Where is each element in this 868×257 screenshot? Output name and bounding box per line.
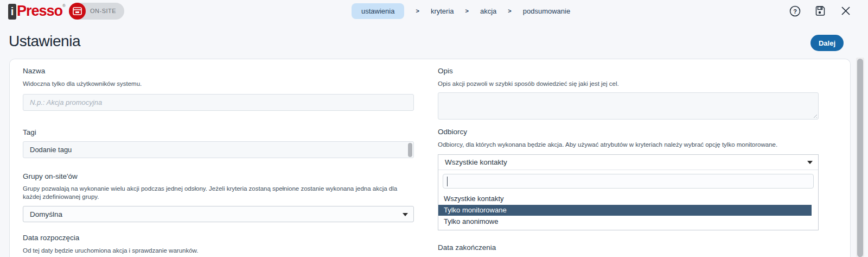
tags-scrollbar[interactable] xyxy=(408,143,412,157)
audience-help: Odbiorcy, dla których wykonana będzie ak… xyxy=(438,141,819,149)
help-icon[interactable]: ? xyxy=(789,5,801,17)
groups-label: Grupy on-site'ów xyxy=(23,172,414,180)
name-input[interactable] xyxy=(23,94,414,111)
registered-mark: ® xyxy=(62,3,66,8)
audience-options-list: Wszystkie kontakty Tylko monitorowane Ty… xyxy=(438,192,818,230)
groups-help: Grupy pozwalają na wykonanie wielu akcji… xyxy=(23,185,414,201)
onsite-badge: ON-SITE xyxy=(69,3,124,20)
breadcrumb: ustawienia > kryteria > akcja > podsumow… xyxy=(352,0,570,22)
name-label: Nazwa xyxy=(23,67,414,75)
breadcrumb-step-kryteria[interactable]: kryteria xyxy=(431,3,454,19)
groups-select[interactable]: Domyślna xyxy=(23,206,414,222)
breadcrumb-step-ustawienia[interactable]: ustawienia xyxy=(352,3,404,19)
start-date-label: Data rozpoczęcia xyxy=(23,234,414,242)
page-title: Ustawienia xyxy=(9,33,80,50)
chevron-down-icon xyxy=(403,213,408,216)
next-button[interactable]: Dalej xyxy=(810,35,844,51)
onsite-label: ON-SITE xyxy=(90,8,116,14)
description-textarea[interactable] xyxy=(438,92,819,120)
chevron-right-icon: > xyxy=(416,8,419,14)
resize-handle[interactable] xyxy=(812,113,817,118)
end-date-label: Data zakończenia xyxy=(438,243,819,252)
close-icon[interactable] xyxy=(840,5,852,17)
breadcrumb-step-podsumowanie[interactable]: podsumowanie xyxy=(523,3,570,19)
text-cursor xyxy=(447,177,448,186)
audience-option-wszystkie-kontakty[interactable]: Wszystkie kontakty xyxy=(438,193,818,204)
save-icon[interactable] xyxy=(814,5,826,17)
groups-selected-value: Domyślna xyxy=(30,210,62,218)
audience-combobox: Wszystkie kontakty Wszystkie kontakty Ty… xyxy=(438,154,819,230)
settings-form-card: Nazwa Widoczna tylko dla użytkowników sy… xyxy=(9,59,851,257)
svg-text:?: ? xyxy=(793,8,797,14)
tags-value: Dodanie tagu xyxy=(30,146,72,154)
form-right-column: Opis Opis akcji pozwoli w szybki sposób … xyxy=(438,67,819,257)
audience-selected-value: Wszystkie kontakty xyxy=(445,158,507,166)
start-date-help: Od tej daty będzie uruchomiona akcja i s… xyxy=(23,247,414,255)
form-left-column: Nazwa Widoczna tylko dla użytkowników sy… xyxy=(23,67,414,257)
scrollbar-thumb[interactable] xyxy=(857,59,863,257)
audience-select[interactable]: Wszystkie kontakty xyxy=(438,155,818,170)
audience-label: Odbiorcy xyxy=(438,128,819,136)
chevron-right-icon: > xyxy=(465,8,469,14)
tags-label: Tagi xyxy=(23,128,414,136)
description-help: Opis akcji pozwoli w szybki sposób dowie… xyxy=(438,80,819,88)
onsite-icon xyxy=(69,3,86,20)
logo-name: Presso xyxy=(17,3,62,19)
logo-i-mark: i xyxy=(8,4,16,20)
page-scrollbar[interactable] xyxy=(856,58,864,257)
topbar-actions: ? xyxy=(789,0,852,22)
ipresso-logo[interactable]: i Presso ® xyxy=(8,3,66,20)
audience-option-tylko-monitorowane[interactable]: Tylko monitorowane xyxy=(438,205,812,216)
breadcrumb-step-akcja[interactable]: akcja xyxy=(480,3,496,19)
description-label: Opis xyxy=(438,67,819,75)
chevron-down-icon xyxy=(807,161,813,164)
chevron-right-icon: > xyxy=(508,8,511,14)
audience-search-input[interactable] xyxy=(443,174,814,189)
audience-option-tylko-anonimowe[interactable]: Tylko anonimowe xyxy=(438,216,818,227)
tags-input[interactable]: Dodanie tagu xyxy=(23,141,414,158)
name-help: Widoczna tylko dla użytkowników systemu. xyxy=(23,80,414,88)
